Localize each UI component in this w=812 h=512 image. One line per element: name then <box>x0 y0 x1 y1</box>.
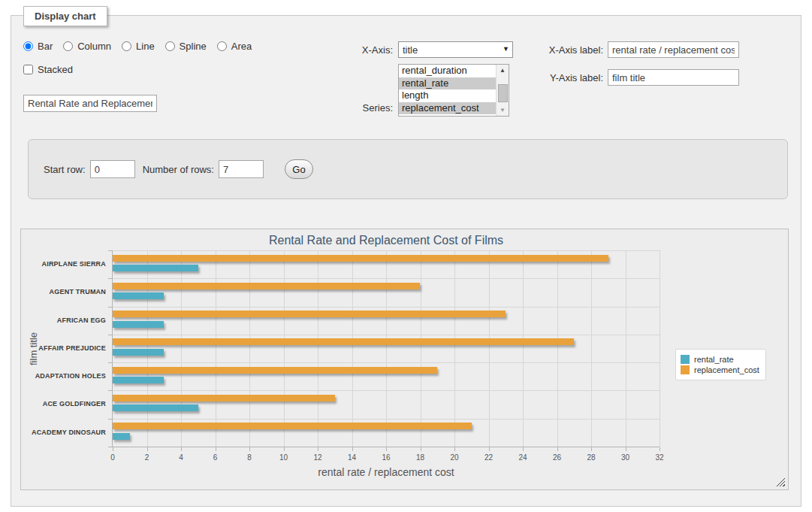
x-axis-tick <box>318 447 318 451</box>
x-axis-tick-label: 0 <box>101 453 124 462</box>
series-option-replacement-cost[interactable]: replacement_cost <box>399 102 496 115</box>
gridline-vertical <box>421 250 421 447</box>
scroll-down-icon[interactable]: ▼ <box>497 105 509 116</box>
bar-rental_rate <box>113 377 164 383</box>
series-option-length[interactable]: length <box>399 89 496 102</box>
y-axis-title: film title <box>27 250 39 447</box>
x-axis-tick-label: 20 <box>443 453 466 462</box>
bar-replacement_cost <box>113 311 506 317</box>
gridline-vertical <box>249 250 250 447</box>
y-axis-tick <box>108 419 112 420</box>
num-rows-input[interactable] <box>219 160 264 178</box>
legend-swatch-icon <box>681 365 690 374</box>
x-axis-label-caption: X-Axis label: <box>537 44 603 56</box>
radio-line[interactable] <box>122 41 131 51</box>
radio-bar-label[interactable]: Bar <box>38 41 53 52</box>
y-axis-tick <box>108 335 112 335</box>
x-axis-tick-label: 18 <box>409 453 432 462</box>
gridline-vertical <box>318 250 318 447</box>
stacked-label[interactable]: Stacked <box>38 64 73 75</box>
gridline-vertical <box>660 250 660 447</box>
x-axis-tick <box>557 447 558 451</box>
x-axis-tick-label: 4 <box>170 453 192 462</box>
x-axis-tick <box>489 447 490 451</box>
x-axis-tick <box>660 447 660 451</box>
gridline-vertical <box>523 250 524 447</box>
x-axis-tick <box>421 447 421 451</box>
row-range-panel: Start row: Number of rows: Go <box>28 139 788 199</box>
radio-spline[interactable] <box>165 41 175 51</box>
radio-column[interactable] <box>63 41 73 51</box>
x-axis-tick <box>523 447 524 451</box>
display-chart-panel: Display chart Bar Column Line Spline Are… <box>11 15 801 507</box>
scroll-up-icon[interactable]: ▲ <box>497 65 509 76</box>
radio-spline-label[interactable]: Spline <box>180 41 207 52</box>
series-listbox[interactable]: rental_duration rental_rate length repla… <box>398 64 509 117</box>
y-axis-tick <box>108 362 112 363</box>
series-options: rental_duration rental_rate length repla… <box>399 65 496 116</box>
bar-replacement_cost <box>113 423 472 429</box>
legend-label: replacement_cost <box>694 365 759 374</box>
radio-line-label[interactable]: Line <box>136 41 155 52</box>
chart-type-radio-group: Bar Column Line Spline Area <box>23 41 258 52</box>
resize-handle-icon[interactable] <box>776 477 785 486</box>
x-axis-tick-label: 24 <box>512 453 534 462</box>
x-axis-tick <box>352 447 353 451</box>
x-axis-tick-label: 12 <box>306 453 329 462</box>
y-axis-tick <box>108 250 112 251</box>
y-axis-tick <box>108 278 112 279</box>
legend-item: replacement_cost <box>681 365 759 374</box>
bar-replacement_cost <box>113 395 335 401</box>
x-axis-select-wrap: title ▼ <box>398 41 513 58</box>
x-axis-tick <box>626 447 626 451</box>
chart-legend: rental_ratereplacement_cost <box>675 349 766 380</box>
x-axis-tick-label: 8 <box>238 453 261 462</box>
y-axis-tick <box>108 307 112 308</box>
y-axis-label-input[interactable] <box>608 69 739 86</box>
x-axis-tick-label: 6 <box>204 453 227 462</box>
gridline-vertical <box>216 250 216 447</box>
stacked-checkbox[interactable] <box>23 65 33 74</box>
chart-canvas: Rental Rate and Replacement Cost of Film… <box>20 229 789 490</box>
listbox-scrollbar[interactable]: ▲ ▼ <box>496 65 509 116</box>
scrollbar-thumb[interactable] <box>498 84 508 102</box>
chart-title-input[interactable] <box>23 95 157 112</box>
legend-item: rental_rate <box>681 355 759 364</box>
bar-replacement_cost <box>113 283 420 289</box>
legend-label: rental_rate <box>694 355 734 364</box>
radio-column-label[interactable]: Column <box>77 41 111 52</box>
gridline-vertical <box>386 250 387 447</box>
x-axis-tick <box>113 447 113 451</box>
x-axis-tick <box>454 447 455 451</box>
gridline-vertical <box>181 250 182 447</box>
gridline-vertical <box>284 250 285 447</box>
radio-area[interactable] <box>217 41 227 51</box>
gridline-vertical <box>454 250 455 447</box>
bar-rental_rate <box>113 349 164 356</box>
x-axis-select[interactable]: title <box>398 41 513 58</box>
start-row-label: Start row: <box>44 164 86 175</box>
bar-replacement_cost <box>113 255 608 262</box>
bar-rental_rate <box>113 404 198 411</box>
x-axis-label-input[interactable] <box>608 41 739 58</box>
go-button[interactable]: Go <box>285 159 313 179</box>
series-option-rental-duration[interactable]: rental_duration <box>399 65 496 77</box>
x-axis-tick-label: 28 <box>580 453 602 462</box>
stacked-checkbox-row: Stacked <box>23 64 73 75</box>
start-row-input[interactable] <box>90 160 135 178</box>
x-axis-tick <box>591 447 592 451</box>
series-option-rental-rate[interactable]: rental_rate <box>399 77 496 90</box>
radio-area-label[interactable]: Area <box>231 41 252 52</box>
x-axis-select-label: X-Axis: <box>342 44 393 56</box>
x-axis-tick-label: 10 <box>273 453 295 462</box>
legend-swatch-icon <box>681 355 690 364</box>
bar-replacement_cost <box>113 367 437 374</box>
chart-title: Rental Rate and Replacement Cost of Film… <box>113 234 660 247</box>
gridline-vertical <box>489 250 490 447</box>
x-axis-tick <box>147 447 148 451</box>
x-axis-tick <box>181 447 182 451</box>
gridline-horizontal <box>113 362 660 363</box>
radio-bar[interactable] <box>23 41 33 51</box>
bar-rental_rate <box>113 321 164 328</box>
x-axis-tick-label: 30 <box>614 453 637 462</box>
